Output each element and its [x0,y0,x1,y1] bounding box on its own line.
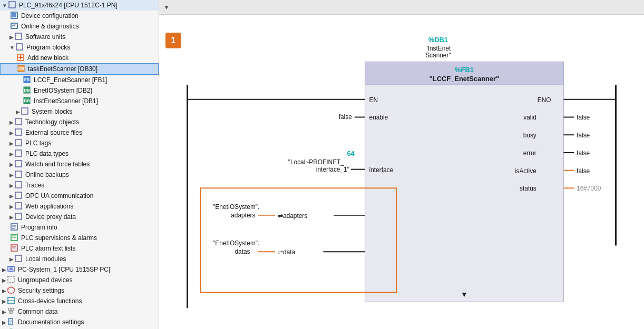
sidebar-item-online-diag[interactable]: Online & diagnostics [0,21,159,32]
sidebar-label-cross-device: Cross-device functions [18,297,82,305]
expand-arrow-plc-tags[interactable]: ▶ [9,141,14,146]
sidebar-item-cross-device[interactable]: ▶Cross-device functions [0,296,159,306]
diagram-svg: 1 2 %DB1 "InstEnet Scanner" %FB1 "LCCF_E… [159,26,644,329]
sidebar-item-plc-alarm-text[interactable]: PLC alarm text lists [0,243,159,254]
sidebar-label-plc-root: PLC_91x46x24 [CPU 1512C-1 PN] [19,2,118,9]
sidebar-item-tech-objects[interactable]: ▶Technology objects [0,117,159,127]
svg-rect-30 [15,213,22,220]
expand-arrow-plc-root[interactable]: ▼ [2,3,7,8]
svg-text:interface: interface [369,166,394,174]
sidebar-item-device-config[interactable]: Device configuration [0,11,159,21]
main-content: ▼ 1 2 %DB1 "InstEnet Scanner" %FB1 "LCCF… [159,0,644,329]
sidebar-item-plc-dtype[interactable]: ▶PLC data types [0,148,159,159]
sidebar-item-enetio-db2[interactable]: DBEnetIOSystem [DB2] [0,85,159,96]
svg-text:%FB1: %FB1 [455,66,474,74]
tree-icon-ext-source [15,128,22,137]
svg-text:false: false [577,132,590,139]
sidebar-label-traces: Traces [25,182,44,189]
sidebar-item-device-proxy[interactable]: ▶Device proxy data [0,212,159,222]
sidebar-item-ext-source[interactable]: ▶External source files [0,127,159,138]
svg-rect-26 [15,171,22,177]
expand-arrow-local-modules[interactable]: ▶ [9,256,14,262]
svg-rect-7 [15,33,22,39]
sidebar-item-online-backup[interactable]: ▶Online backups [0,170,159,180]
sidebar-item-web-apps[interactable]: ▶Web applications [0,201,159,212]
expand-arrow-cross-device[interactable]: ▶ [2,298,6,304]
svg-text:"LCCF_EnetScanner": "LCCF_EnetScanner" [430,75,499,83]
sidebar-label-opc-ua: OPC UA communication [25,192,93,200]
tree-icon-device-proxy [15,213,22,221]
sidebar-item-common-data[interactable]: ▶Common data [0,306,159,317]
expand-arrow-common-data[interactable]: ▶ [2,309,6,315]
tree-icon-online-diag [11,22,18,31]
svg-text:DB: DB [24,98,30,103]
svg-text:EN: EN [369,96,378,104]
sidebar-item-local-modules[interactable]: ▶Local modules [0,254,159,264]
svg-text:1: 1 [171,36,175,45]
svg-text:FB: FB [24,77,30,82]
tree-icon-common-data [7,307,15,316]
expand-arrow-plc-dtype[interactable]: ▶ [9,151,14,157]
svg-text:⇌adapters: ⇌adapters [278,212,307,220]
sidebar-item-program-blocks[interactable]: ▼Program blocks [0,42,159,53]
expand-arrow-software-units[interactable]: ▶ [9,34,14,40]
svg-rect-48 [8,308,11,311]
network-comment[interactable] [159,15,644,26]
tree-icon-enetio-db2: DB [23,86,31,95]
sidebar-item-watch-force[interactable]: ▶Watch and force tables [0,159,159,170]
tree-icon-doc-settings [7,318,15,326]
sidebar-item-task-enet[interactable]: OBtaskEnetScanner [OB30] [0,63,159,75]
sidebar-label-enetio-db2: EnetIOSystem [DB2] [34,87,92,94]
sidebar-item-security[interactable]: ▶Security settings [0,285,159,296]
expand-arrow-device-proxy[interactable]: ▶ [9,214,14,220]
tree-icon-web-apps [15,202,22,211]
sidebar-item-pc-system[interactable]: ▶PC-System_1 [CPU 1515SP PC] [0,264,159,275]
sidebar-item-plc-tags[interactable]: ▶PLC tags [0,138,159,148]
sidebar-label-software-units: Software units [25,33,65,41]
svg-text:OB: OB [18,66,24,71]
tree-icon-prog-info [11,223,18,232]
expand-arrow-ext-source[interactable]: ▶ [9,130,14,136]
svg-rect-45 [8,276,14,283]
sidebar-item-plc-root[interactable]: ▼PLC_91x46x24 [CPU 1512C-1 PN] [0,0,159,11]
sidebar-item-opc-ua[interactable]: ▶OPC UA communication [0,191,159,201]
sidebar-item-doc-settings[interactable]: ▶Documentation settings [0,317,159,327]
expand-arrow-system-blocks[interactable]: ▶ [16,109,20,115]
expand-arrow-pc-system[interactable]: ▶ [2,267,6,273]
expand-arrow-security[interactable]: ▶ [2,288,6,294]
sidebar-item-software-units[interactable]: ▶Software units [0,32,159,42]
expand-arrow-program-blocks[interactable]: ▼ [9,45,15,51]
network-collapse-arrow[interactable]: ▼ [163,4,170,11]
sidebar-item-lccf-enet[interactable]: FBLCCF_EnetScanner [FB1] [0,75,159,85]
sidebar-item-plc-sup[interactable]: PLC supervisions & alarms [0,233,159,243]
sidebar-item-traces[interactable]: ▶Traces [0,180,159,191]
sidebar-item-add-new-block[interactable]: Add new block [0,53,159,63]
expand-arrow-online-backup[interactable]: ▶ [9,172,14,178]
tree-icon-plc-tags [15,139,22,147]
expand-arrow-opc-ua[interactable]: ▶ [9,193,14,199]
expand-arrow-doc-settings[interactable]: ▶ [2,320,6,325]
sidebar-item-system-blocks[interactable]: ▶System blocks [0,106,159,117]
sidebar: ▼PLC_91x46x24 [CPU 1512C-1 PN] Device co… [0,0,159,329]
svg-rect-49 [12,308,14,311]
tree-icon-plc-alarm-text [11,244,18,253]
svg-rect-21 [15,118,22,125]
sidebar-item-inst-enet-db1[interactable]: DBInstEnetScanner [DB1] [0,96,159,106]
sidebar-label-program-blocks: Program blocks [26,44,70,51]
expand-arrow-tech-objects[interactable]: ▶ [9,119,14,125]
svg-rect-107 [200,188,396,292]
svg-text:▼: ▼ [461,290,468,298]
sidebar-item-prog-info[interactable]: Program info [0,222,159,233]
svg-rect-2 [12,13,16,17]
sidebar-item-ungrouped[interactable]: ▶Ungrouped devices [0,275,159,285]
svg-rect-29 [15,203,22,209]
expand-arrow-traces[interactable]: ▶ [9,183,14,188]
svg-rect-28 [15,192,22,198]
expand-arrow-watch-force[interactable]: ▶ [9,162,14,167]
sidebar-label-web-apps: Web applications [25,203,73,210]
sidebar-label-inst-enet-db1: InstEnetScanner [DB1] [34,97,98,105]
tree-icon-program-blocks [16,43,23,52]
sidebar-label-device-proxy: Device proxy data [25,213,76,221]
expand-arrow-ungrouped[interactable]: ▶ [2,277,6,283]
expand-arrow-web-apps[interactable]: ▶ [9,204,14,210]
